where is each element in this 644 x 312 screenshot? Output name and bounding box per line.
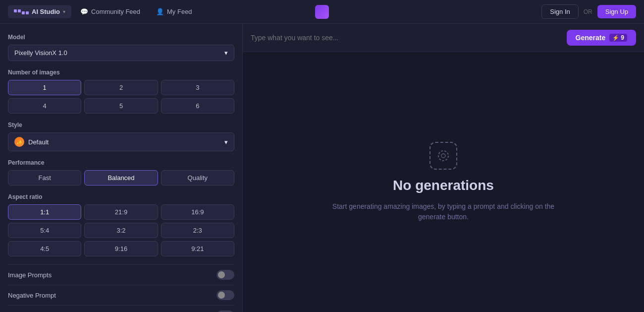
num-btn-2[interactable]: 2 bbox=[84, 80, 158, 95]
num-btn-5[interactable]: 5 bbox=[84, 98, 158, 114]
prompt-input[interactable] bbox=[251, 34, 561, 42]
generate-label: Generate bbox=[576, 34, 606, 42]
seed-row: Seed bbox=[8, 305, 234, 312]
community-feed-label: Community Feed bbox=[91, 8, 140, 15]
content-area: Generate ⚡ 9 No generations Start genera… bbox=[243, 24, 644, 312]
nav-left: AI Studio ▾ 💬 Community Feed 👤 My Feed bbox=[8, 5, 311, 18]
empty-state: No generations Start generating amazing … bbox=[243, 52, 644, 312]
num-btn-3[interactable]: 3 bbox=[161, 80, 234, 95]
model-value: Pixelly VisionX 1.0 bbox=[14, 49, 67, 57]
num-btn-6[interactable]: 6 bbox=[161, 98, 234, 114]
negative-prompt-row: Negative Prompt bbox=[8, 285, 234, 305]
performance-label: Performance bbox=[8, 159, 234, 166]
perf-fast[interactable]: Fast bbox=[8, 170, 81, 186]
community-icon: 💬 bbox=[80, 8, 88, 15]
num-btn-4[interactable]: 4 bbox=[8, 98, 81, 114]
svg-point-1 bbox=[441, 154, 445, 158]
aspect-9-21[interactable]: 9:21 bbox=[161, 241, 234, 256]
top-nav: AI Studio ▾ 💬 Community Feed 👤 My Feed S… bbox=[0, 0, 644, 24]
generate-badge: ⚡ 9 bbox=[609, 34, 627, 42]
or-text: OR bbox=[584, 8, 592, 15]
style-left: ✨ Default bbox=[14, 137, 49, 147]
style-icon: ✨ bbox=[14, 137, 24, 147]
aspect-ratio-label: Aspect ratio bbox=[8, 193, 234, 200]
my-feed-label: My Feed bbox=[167, 8, 192, 15]
my-feed-link[interactable]: 👤 My Feed bbox=[149, 5, 199, 18]
nav-center bbox=[315, 5, 329, 19]
aspect-1-1[interactable]: 1:1 bbox=[8, 204, 81, 220]
image-prompts-row: Image Prompts bbox=[8, 264, 234, 285]
nav-right: Sign In OR Sign Up bbox=[333, 4, 636, 19]
num-images-label: Number of images bbox=[8, 69, 234, 76]
image-prompts-toggle[interactable] bbox=[216, 270, 234, 280]
empty-state-icon bbox=[429, 142, 457, 170]
performance-group: Fast Balanced Quality bbox=[8, 170, 234, 186]
style-chevron-icon: ▾ bbox=[224, 138, 228, 146]
image-prompts-label: Image Prompts bbox=[8, 271, 52, 279]
ai-studio-nav[interactable]: AI Studio ▾ bbox=[8, 5, 71, 18]
empty-subtitle: Start generating amazing images, by typi… bbox=[329, 201, 557, 222]
aspect-3-2[interactable]: 3:2 bbox=[84, 223, 158, 238]
ai-studio-icon bbox=[14, 9, 29, 14]
community-feed-link[interactable]: 💬 Community Feed bbox=[73, 5, 147, 18]
svg-point-0 bbox=[438, 151, 448, 161]
aspect-ratio-grid: 1:1 21:9 16:9 5:4 3:2 2:3 4:5 9:16 9:21 bbox=[8, 204, 234, 256]
negative-prompt-label: Negative Prompt bbox=[8, 292, 56, 299]
generate-button[interactable]: Generate ⚡ 9 bbox=[567, 30, 636, 46]
negative-prompt-toggle[interactable] bbox=[216, 290, 234, 300]
aspect-16-9[interactable]: 16:9 bbox=[161, 204, 234, 220]
app-logo bbox=[315, 5, 329, 19]
sign-up-button[interactable]: Sign Up bbox=[597, 5, 636, 18]
ai-studio-chevron: ▾ bbox=[63, 9, 65, 14]
ai-studio-label: AI Studio bbox=[32, 8, 60, 15]
num-btn-1[interactable]: 1 bbox=[8, 80, 81, 95]
style-value: Default bbox=[28, 138, 49, 146]
perf-quality[interactable]: Quality bbox=[161, 170, 234, 186]
sign-in-button[interactable]: Sign In bbox=[541, 4, 578, 19]
aspect-21-9[interactable]: 21:9 bbox=[84, 204, 158, 220]
style-dropdown[interactable]: ✨ Default ▾ bbox=[8, 132, 234, 151]
style-section-label: Style bbox=[8, 122, 234, 128]
aspect-9-16[interactable]: 9:16 bbox=[84, 241, 158, 256]
aspect-2-3[interactable]: 2:3 bbox=[161, 223, 234, 238]
person-icon: 👤 bbox=[156, 8, 164, 15]
main-layout: Model Pixelly VisionX 1.0 ▾ Number of im… bbox=[0, 24, 644, 312]
model-chevron-icon: ▾ bbox=[224, 49, 228, 57]
model-dropdown[interactable]: Pixelly VisionX 1.0 ▾ bbox=[8, 45, 234, 61]
sidebar: Model Pixelly VisionX 1.0 ▾ Number of im… bbox=[0, 24, 243, 312]
lightning-icon: ⚡ bbox=[612, 35, 619, 41]
credits-count: 9 bbox=[621, 34, 624, 41]
empty-title: No generations bbox=[393, 178, 494, 193]
aspect-5-4[interactable]: 5:4 bbox=[8, 223, 81, 238]
aspect-4-5[interactable]: 4:5 bbox=[8, 241, 81, 256]
perf-balanced[interactable]: Balanced bbox=[84, 170, 158, 186]
model-section-label: Model bbox=[8, 34, 234, 41]
prompt-bar: Generate ⚡ 9 bbox=[243, 24, 644, 52]
num-images-grid: 1 2 3 4 5 6 bbox=[8, 80, 234, 114]
